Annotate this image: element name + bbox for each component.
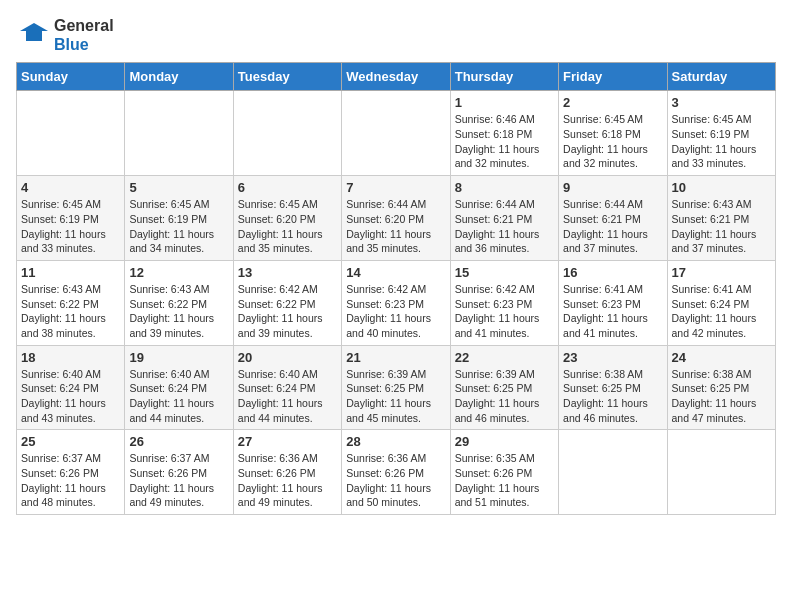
- day-number: 20: [238, 350, 337, 365]
- day-number: 15: [455, 265, 554, 280]
- day-info: Sunrise: 6:45 AM Sunset: 6:18 PM Dayligh…: [563, 112, 662, 171]
- day-number: 23: [563, 350, 662, 365]
- calendar-cell: 28Sunrise: 6:36 AM Sunset: 6:26 PM Dayli…: [342, 430, 450, 515]
- day-number: 6: [238, 180, 337, 195]
- day-info: Sunrise: 6:46 AM Sunset: 6:18 PM Dayligh…: [455, 112, 554, 171]
- calendar-cell: [667, 430, 775, 515]
- day-info: Sunrise: 6:40 AM Sunset: 6:24 PM Dayligh…: [21, 367, 120, 426]
- day-info: Sunrise: 6:45 AM Sunset: 6:19 PM Dayligh…: [129, 197, 228, 256]
- day-info: Sunrise: 6:45 AM Sunset: 6:19 PM Dayligh…: [21, 197, 120, 256]
- calendar-cell: 2Sunrise: 6:45 AM Sunset: 6:18 PM Daylig…: [559, 91, 667, 176]
- logo-text-general: General: [54, 16, 114, 35]
- calendar-cell: [125, 91, 233, 176]
- day-info: Sunrise: 6:44 AM Sunset: 6:21 PM Dayligh…: [455, 197, 554, 256]
- calendar-cell: 19Sunrise: 6:40 AM Sunset: 6:24 PM Dayli…: [125, 345, 233, 430]
- day-info: Sunrise: 6:40 AM Sunset: 6:24 PM Dayligh…: [129, 367, 228, 426]
- day-info: Sunrise: 6:42 AM Sunset: 6:22 PM Dayligh…: [238, 282, 337, 341]
- day-number: 1: [455, 95, 554, 110]
- day-number: 4: [21, 180, 120, 195]
- day-number: 3: [672, 95, 771, 110]
- day-number: 11: [21, 265, 120, 280]
- day-number: 7: [346, 180, 445, 195]
- day-info: Sunrise: 6:39 AM Sunset: 6:25 PM Dayligh…: [455, 367, 554, 426]
- col-header-saturday: Saturday: [667, 63, 775, 91]
- day-number: 5: [129, 180, 228, 195]
- calendar-cell: 6Sunrise: 6:45 AM Sunset: 6:20 PM Daylig…: [233, 176, 341, 261]
- calendar-cell: 4Sunrise: 6:45 AM Sunset: 6:19 PM Daylig…: [17, 176, 125, 261]
- day-info: Sunrise: 6:40 AM Sunset: 6:24 PM Dayligh…: [238, 367, 337, 426]
- day-info: Sunrise: 6:38 AM Sunset: 6:25 PM Dayligh…: [563, 367, 662, 426]
- calendar-cell: 3Sunrise: 6:45 AM Sunset: 6:19 PM Daylig…: [667, 91, 775, 176]
- calendar-cell: 17Sunrise: 6:41 AM Sunset: 6:24 PM Dayli…: [667, 260, 775, 345]
- day-number: 9: [563, 180, 662, 195]
- svg-marker-0: [20, 23, 48, 41]
- day-number: 22: [455, 350, 554, 365]
- calendar-cell: 26Sunrise: 6:37 AM Sunset: 6:26 PM Dayli…: [125, 430, 233, 515]
- col-header-wednesday: Wednesday: [342, 63, 450, 91]
- day-number: 10: [672, 180, 771, 195]
- day-info: Sunrise: 6:36 AM Sunset: 6:26 PM Dayligh…: [238, 451, 337, 510]
- day-number: 25: [21, 434, 120, 449]
- day-info: Sunrise: 6:43 AM Sunset: 6:22 PM Dayligh…: [129, 282, 228, 341]
- calendar-cell: 8Sunrise: 6:44 AM Sunset: 6:21 PM Daylig…: [450, 176, 558, 261]
- day-number: 13: [238, 265, 337, 280]
- calendar-cell: 14Sunrise: 6:42 AM Sunset: 6:23 PM Dayli…: [342, 260, 450, 345]
- calendar-cell: 24Sunrise: 6:38 AM Sunset: 6:25 PM Dayli…: [667, 345, 775, 430]
- day-info: Sunrise: 6:39 AM Sunset: 6:25 PM Dayligh…: [346, 367, 445, 426]
- day-number: 14: [346, 265, 445, 280]
- day-number: 29: [455, 434, 554, 449]
- calendar-cell: 18Sunrise: 6:40 AM Sunset: 6:24 PM Dayli…: [17, 345, 125, 430]
- day-number: 18: [21, 350, 120, 365]
- day-info: Sunrise: 6:37 AM Sunset: 6:26 PM Dayligh…: [129, 451, 228, 510]
- day-number: 24: [672, 350, 771, 365]
- logo-bird-icon: [16, 21, 48, 49]
- calendar-cell: [233, 91, 341, 176]
- day-info: Sunrise: 6:44 AM Sunset: 6:20 PM Dayligh…: [346, 197, 445, 256]
- calendar-cell: 7Sunrise: 6:44 AM Sunset: 6:20 PM Daylig…: [342, 176, 450, 261]
- logo-text-blue: Blue: [54, 35, 114, 54]
- calendar-cell: 12Sunrise: 6:43 AM Sunset: 6:22 PM Dayli…: [125, 260, 233, 345]
- calendar-cell: 5Sunrise: 6:45 AM Sunset: 6:19 PM Daylig…: [125, 176, 233, 261]
- calendar-cell: 11Sunrise: 6:43 AM Sunset: 6:22 PM Dayli…: [17, 260, 125, 345]
- day-number: 21: [346, 350, 445, 365]
- day-info: Sunrise: 6:38 AM Sunset: 6:25 PM Dayligh…: [672, 367, 771, 426]
- day-info: Sunrise: 6:35 AM Sunset: 6:26 PM Dayligh…: [455, 451, 554, 510]
- day-info: Sunrise: 6:42 AM Sunset: 6:23 PM Dayligh…: [346, 282, 445, 341]
- calendar-cell: 20Sunrise: 6:40 AM Sunset: 6:24 PM Dayli…: [233, 345, 341, 430]
- day-number: 26: [129, 434, 228, 449]
- day-number: 2: [563, 95, 662, 110]
- day-info: Sunrise: 6:41 AM Sunset: 6:23 PM Dayligh…: [563, 282, 662, 341]
- day-info: Sunrise: 6:36 AM Sunset: 6:26 PM Dayligh…: [346, 451, 445, 510]
- header: General Blue: [16, 16, 776, 54]
- day-info: Sunrise: 6:44 AM Sunset: 6:21 PM Dayligh…: [563, 197, 662, 256]
- day-info: Sunrise: 6:43 AM Sunset: 6:21 PM Dayligh…: [672, 197, 771, 256]
- day-info: Sunrise: 6:37 AM Sunset: 6:26 PM Dayligh…: [21, 451, 120, 510]
- day-number: 8: [455, 180, 554, 195]
- calendar-cell: 13Sunrise: 6:42 AM Sunset: 6:22 PM Dayli…: [233, 260, 341, 345]
- col-header-friday: Friday: [559, 63, 667, 91]
- calendar-cell: 23Sunrise: 6:38 AM Sunset: 6:25 PM Dayli…: [559, 345, 667, 430]
- day-info: Sunrise: 6:45 AM Sunset: 6:19 PM Dayligh…: [672, 112, 771, 171]
- day-info: Sunrise: 6:41 AM Sunset: 6:24 PM Dayligh…: [672, 282, 771, 341]
- calendar-cell: 9Sunrise: 6:44 AM Sunset: 6:21 PM Daylig…: [559, 176, 667, 261]
- day-number: 12: [129, 265, 228, 280]
- col-header-monday: Monday: [125, 63, 233, 91]
- calendar-cell: 25Sunrise: 6:37 AM Sunset: 6:26 PM Dayli…: [17, 430, 125, 515]
- logo: General Blue: [16, 16, 114, 54]
- calendar-cell: 10Sunrise: 6:43 AM Sunset: 6:21 PM Dayli…: [667, 176, 775, 261]
- calendar-table: SundayMondayTuesdayWednesdayThursdayFrid…: [16, 62, 776, 515]
- day-number: 28: [346, 434, 445, 449]
- calendar-cell: 29Sunrise: 6:35 AM Sunset: 6:26 PM Dayli…: [450, 430, 558, 515]
- calendar-cell: 27Sunrise: 6:36 AM Sunset: 6:26 PM Dayli…: [233, 430, 341, 515]
- day-info: Sunrise: 6:43 AM Sunset: 6:22 PM Dayligh…: [21, 282, 120, 341]
- calendar-cell: [342, 91, 450, 176]
- calendar-cell: 16Sunrise: 6:41 AM Sunset: 6:23 PM Dayli…: [559, 260, 667, 345]
- calendar-cell: 15Sunrise: 6:42 AM Sunset: 6:23 PM Dayli…: [450, 260, 558, 345]
- day-number: 17: [672, 265, 771, 280]
- calendar-cell: 22Sunrise: 6:39 AM Sunset: 6:25 PM Dayli…: [450, 345, 558, 430]
- day-number: 16: [563, 265, 662, 280]
- calendar-cell: 21Sunrise: 6:39 AM Sunset: 6:25 PM Dayli…: [342, 345, 450, 430]
- col-header-tuesday: Tuesday: [233, 63, 341, 91]
- col-header-thursday: Thursday: [450, 63, 558, 91]
- day-info: Sunrise: 6:42 AM Sunset: 6:23 PM Dayligh…: [455, 282, 554, 341]
